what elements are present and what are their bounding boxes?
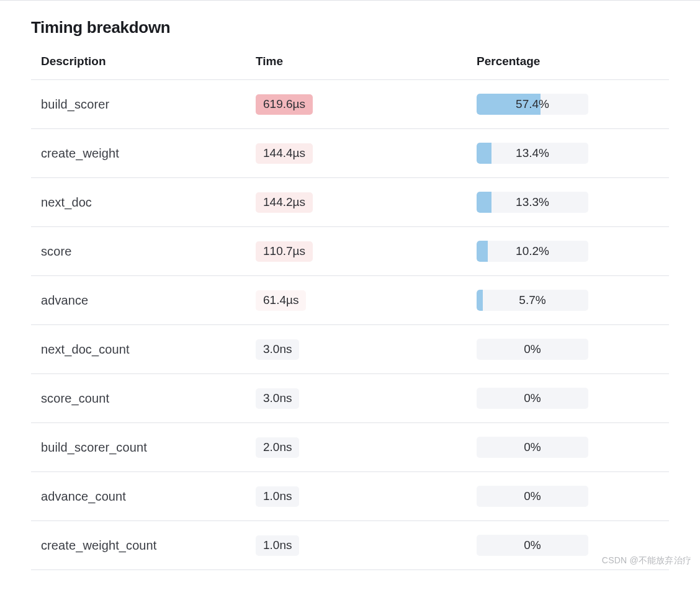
table-row: advance61.4µs5.7% [31, 276, 669, 325]
time-badge: 110.7µs [256, 241, 313, 262]
row-description: next_doc [41, 195, 92, 209]
percentage-label: 0% [477, 339, 588, 360]
percentage-label: 10.2% [477, 241, 588, 262]
time-badge: 1.0ns [256, 486, 299, 507]
percentage-label: 13.4% [477, 143, 588, 164]
table-row: score_count3.0ns0% [31, 374, 669, 423]
column-header-time: Time [256, 55, 477, 68]
row-description: score_count [41, 391, 109, 405]
row-description: advance_count [41, 489, 126, 503]
row-description: build_scorer_count [41, 440, 147, 454]
percentage-label: 13.3% [477, 192, 588, 213]
table-row: advance_count1.0ns0% [31, 472, 669, 521]
time-badge: 3.0ns [256, 388, 299, 409]
percentage-bar: 0% [477, 486, 588, 507]
percentage-bar: 0% [477, 437, 588, 458]
percentage-bar: 0% [477, 339, 588, 360]
percentage-bar: 13.4% [477, 143, 588, 164]
column-header-percentage: Percentage [477, 55, 659, 68]
percentage-bar: 5.7% [477, 290, 588, 311]
page-title: Timing breakdown [31, 1, 669, 48]
time-badge: 144.4µs [256, 143, 313, 164]
row-description: advance [41, 293, 88, 307]
column-header-description: Description [41, 55, 256, 68]
row-description: score [41, 244, 71, 258]
percentage-label: 0% [477, 535, 588, 556]
table-row: build_scorer619.6µs57.4% [31, 80, 669, 129]
time-badge: 3.0ns [256, 339, 299, 360]
time-badge: 61.4µs [256, 290, 306, 311]
table-row: next_doc_count3.0ns0% [31, 325, 669, 374]
percentage-label: 5.7% [477, 290, 588, 311]
percentage-bar: 0% [477, 388, 588, 409]
time-badge: 144.2µs [256, 192, 313, 213]
row-description: create_weight_count [41, 538, 156, 552]
table-row: create_weight_count1.0ns0% [31, 521, 669, 570]
row-description: create_weight [41, 146, 119, 160]
percentage-bar: 13.3% [477, 192, 588, 213]
timing-breakdown-panel: Timing breakdown Description Time Percen… [0, 0, 700, 570]
row-description: build_scorer [41, 97, 109, 111]
row-description: next_doc_count [41, 342, 130, 356]
time-badge: 619.6µs [256, 94, 313, 115]
percentage-bar: 10.2% [477, 241, 588, 262]
percentage-label: 0% [477, 388, 588, 409]
timing-table: Description Time Percentage build_scorer… [31, 48, 669, 570]
percentage-label: 0% [477, 486, 588, 507]
percentage-label: 57.4% [477, 94, 588, 115]
percentage-bar: 57.4% [477, 94, 588, 115]
table-row: build_scorer_count2.0ns0% [31, 423, 669, 472]
time-badge: 1.0ns [256, 535, 299, 556]
table-row: create_weight144.4µs13.4% [31, 129, 669, 178]
percentage-label: 0% [477, 437, 588, 458]
time-badge: 2.0ns [256, 437, 299, 458]
table-row: next_doc144.2µs13.3% [31, 178, 669, 227]
table-header-row: Description Time Percentage [31, 48, 669, 80]
table-row: score110.7µs10.2% [31, 227, 669, 276]
percentage-bar: 0% [477, 535, 588, 556]
